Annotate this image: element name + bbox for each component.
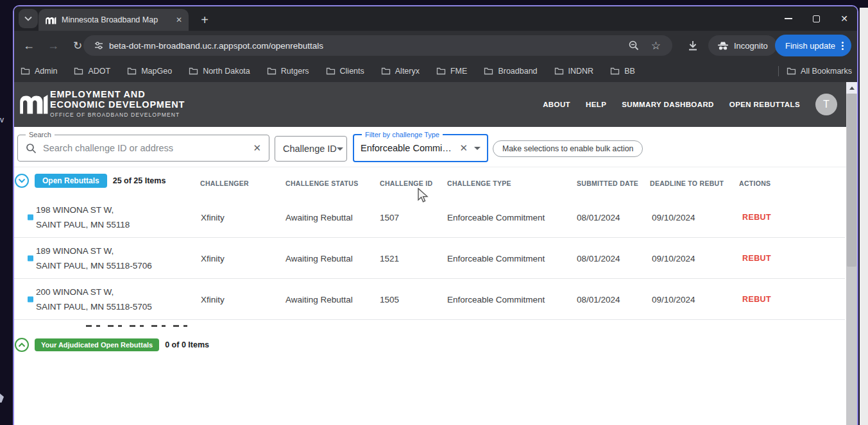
- row-marker-icon: [28, 255, 33, 261]
- search-by-value: Challenge ID: [283, 144, 337, 154]
- address-bar[interactable]: beta-dot-mn-broadband.uc.r.appspot.com/o…: [83, 35, 672, 56]
- row-marker-icon: [28, 296, 33, 302]
- window-maximize-button[interactable]: [813, 15, 820, 22]
- rebut-button[interactable]: REBUT: [742, 254, 771, 263]
- address-line1: 200 WINONA ST W,: [36, 285, 152, 299]
- page-scrollbar[interactable]: [846, 82, 857, 425]
- bookmark-label: ADOT: [88, 67, 110, 76]
- table-row[interactable]: 200 WINONA ST W, SAINT PAUL, MN 55118-57…: [14, 279, 845, 320]
- folder-icon: [74, 67, 83, 75]
- bookmark-folder[interactable]: MapGeo: [127, 67, 172, 76]
- column-header-actions: ACTIONS: [739, 179, 770, 187]
- open-rebuttals-count: 25 of 25 Items: [113, 176, 166, 185]
- page-content: Search Search challenge ID or address ✕ …: [14, 127, 846, 425]
- search-clear-icon[interactable]: ✕: [253, 142, 261, 154]
- bookmark-folder[interactable]: ADOT: [74, 67, 110, 76]
- bookmark-folder[interactable]: BB: [610, 67, 635, 76]
- search-icon: [26, 143, 37, 154]
- bulk-action-label: Make selections to enable bulk action: [502, 144, 633, 153]
- clipped-row-remnant: [86, 323, 194, 328]
- mn-favicon-icon: [45, 15, 56, 24]
- browser-tab[interactable]: Minnesota Broadband Map ✕: [38, 9, 189, 31]
- nav-summary-dashboard[interactable]: SUMMARY DASHBOARD: [622, 101, 714, 108]
- bulk-action-button[interactable]: Make selections to enable bulk action: [493, 140, 643, 157]
- row-address: 189 WINONA ST W, SAINT PAUL, MN 55118-57…: [36, 244, 152, 273]
- row-address: 198 WINONA ST W, SAINT PAUL, MN 55118: [36, 203, 130, 232]
- table-row[interactable]: 189 WINONA ST W, SAINT PAUL, MN 55118-57…: [14, 238, 845, 279]
- type-filter-value: Enforceable Commi…: [361, 143, 453, 153]
- new-tab-button[interactable]: +: [196, 12, 213, 28]
- scrollbar-thumb[interactable]: [847, 94, 856, 267]
- bookmark-star-icon[interactable]: ☆: [651, 39, 661, 53]
- desktop-background: v Minnesota Broadband Map ✕ + ✕: [0, 0, 868, 425]
- bookmark-folder[interactable]: Broadband: [484, 67, 537, 76]
- bookmark-folder[interactable]: North Dakota: [189, 67, 250, 76]
- bookmark-folder[interactable]: Admin: [21, 67, 57, 76]
- address-line2: SAINT PAUL, MN 55118-5706: [36, 258, 152, 273]
- bookmark-folder[interactable]: Alteryx: [381, 67, 420, 76]
- bookmark-label: Alteryx: [395, 67, 420, 76]
- row-status: Awaiting Rebuttal: [285, 294, 353, 304]
- column-header-challenge-id: CHALLENGE ID: [380, 179, 432, 187]
- type-filter-clear-icon[interactable]: ✕: [459, 142, 468, 154]
- window-minimize-button[interactable]: [785, 18, 792, 19]
- row-challenge-type: Enforceable Commitment: [447, 213, 545, 222]
- bookmark-folder[interactable]: Clients: [326, 67, 364, 76]
- bookmark-label: BB: [624, 67, 635, 76]
- bookmark-folder[interactable]: Rutgers: [267, 67, 309, 76]
- bookmarks-bar: Admin ADOT MapGeo North Dakota Rutgers C…: [14, 60, 857, 82]
- nav-help[interactable]: HELP: [586, 101, 606, 108]
- browser-toolbar: ← → ↻ beta-dot-mn-broadband.uc.r.appspot…: [14, 31, 857, 60]
- address-line2: SAINT PAUL, MN 55118: [36, 217, 130, 232]
- adjudicated-section-header: Your Adjudicated Open Rebuttals 0 of 0 I…: [15, 338, 209, 352]
- open-rebuttals-badge: Open Rebuttals: [35, 174, 107, 188]
- window-close-button[interactable]: ✕: [840, 14, 848, 23]
- user-avatar[interactable]: T: [815, 94, 837, 115]
- column-header-challenge-status: CHALLENGE STATUS: [285, 179, 359, 187]
- search-by-select[interactable]: Challenge ID: [275, 136, 347, 162]
- downloads-icon[interactable]: [686, 39, 699, 52]
- tab-close-icon[interactable]: ✕: [176, 15, 182, 24]
- row-challenger: Xfinity: [201, 213, 225, 222]
- search-input[interactable]: Search Search challenge ID or address ✕: [17, 135, 269, 162]
- all-bookmarks-button[interactable]: All Bookmarks: [787, 67, 852, 76]
- collapse-section-button[interactable]: [15, 174, 29, 188]
- back-button[interactable]: ←: [23, 40, 35, 51]
- url-text[interactable]: beta-dot-mn-broadband.uc.r.appspot.com/o…: [109, 41, 628, 51]
- row-submitted-date: 08/01/2024: [577, 294, 620, 304]
- type-filter-label: Filter by challenge Type: [362, 131, 443, 138]
- folder-icon: [21, 67, 30, 75]
- scrollbar-up-button[interactable]: [846, 82, 857, 94]
- site-header: EMPLOYMENT AND ECONOMIC DEVELOPMENT OFFI…: [14, 82, 846, 127]
- row-challenger: Xfinity: [201, 253, 225, 263]
- row-challenge-type: Enforceable Commitment: [447, 253, 545, 263]
- folder-icon: [610, 67, 620, 75]
- zoom-icon[interactable]: [628, 40, 640, 51]
- tab-strip: Minnesota Broadband Map ✕ + ✕: [14, 6, 857, 31]
- reload-button[interactable]: ↻: [73, 40, 82, 51]
- row-challenge-id: 1521: [380, 253, 399, 263]
- bookmark-folder[interactable]: INDNR: [554, 67, 594, 76]
- search-placeholder: Search challenge ID or address: [43, 143, 246, 153]
- tab-search-button[interactable]: [19, 9, 38, 28]
- nav-open-rebuttals[interactable]: OPEN REBUTTALS: [729, 101, 800, 108]
- chevron-down-icon: [474, 147, 481, 150]
- address-line1: 198 WINONA ST W,: [36, 203, 130, 217]
- office-line: OFFICE OF BROADBAND DEVELOPMENT: [50, 112, 185, 118]
- table-row[interactable]: 198 WINONA ST W, SAINT PAUL, MN 55118 Xf…: [14, 197, 845, 238]
- nav-about[interactable]: ABOUT: [543, 101, 570, 108]
- row-challenge-id: 1505: [380, 294, 399, 304]
- row-deadline: 09/10/2024: [652, 213, 695, 222]
- rebut-button[interactable]: REBUT: [742, 213, 771, 222]
- desktop-right-strip: [860, 8, 868, 425]
- finish-update-button[interactable]: Finish update: [775, 35, 851, 56]
- incognito-badge: Incognito: [708, 35, 777, 56]
- browser-menu-icon[interactable]: [842, 42, 844, 50]
- expand-section-button[interactable]: [15, 338, 29, 352]
- rebut-button[interactable]: REBUT: [742, 295, 771, 304]
- folder-icon: [381, 67, 391, 75]
- bookmark-folder[interactable]: FME: [436, 67, 467, 76]
- challenge-type-filter-select[interactable]: Filter by challenge Type Enforceable Com…: [353, 134, 488, 162]
- folder-icon: [326, 67, 336, 75]
- site-info-icon[interactable]: [94, 40, 104, 51]
